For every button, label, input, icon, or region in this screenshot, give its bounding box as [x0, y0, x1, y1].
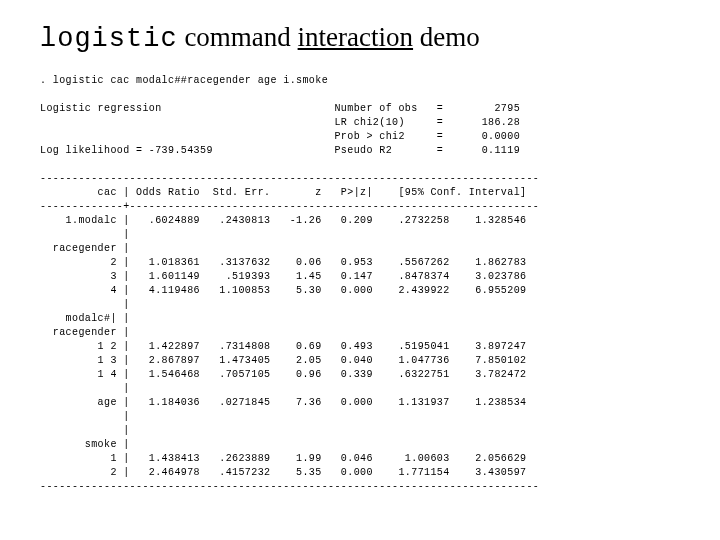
title-word-logistic: logistic [40, 24, 178, 54]
slide-title: logistic command interaction demo [40, 22, 680, 54]
title-word-interaction: interaction [298, 22, 413, 52]
title-word-command: command [178, 22, 298, 52]
stata-output: . logistic cac modalc##racegender age i.… [40, 74, 680, 494]
title-word-demo: demo [413, 22, 480, 52]
